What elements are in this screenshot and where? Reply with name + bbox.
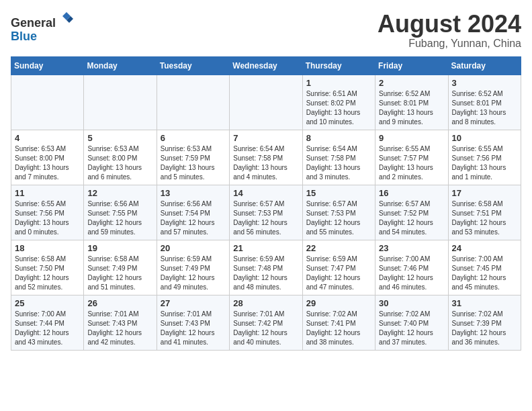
day-info: Sunrise: 6:53 AMSunset: 8:00 PMDaylight:… [15, 144, 80, 182]
day-number: 19 [87, 243, 152, 253]
day-number: 11 [15, 188, 80, 198]
day-info: Sunrise: 7:00 AMSunset: 7:44 PMDaylight:… [15, 310, 80, 347]
day-cell: 17Sunrise: 6:58 AMSunset: 7:51 PMDayligh… [448, 185, 521, 240]
day-number: 1 [306, 78, 371, 88]
day-cell [230, 75, 302, 130]
day-cell: 3Sunrise: 6:52 AMSunset: 8:01 PMDaylight… [448, 75, 521, 130]
week-row-4: 18Sunrise: 6:58 AMSunset: 7:50 PMDayligh… [11, 240, 521, 295]
day-cell: 9Sunrise: 6:55 AMSunset: 7:57 PMDaylight… [375, 130, 448, 185]
weekday-header-wednesday: Wednesday [230, 56, 302, 75]
day-info: Sunrise: 7:00 AMSunset: 7:45 PMDaylight:… [452, 255, 517, 292]
day-info: Sunrise: 7:02 AMSunset: 7:41 PMDaylight:… [306, 310, 371, 347]
calendar-table: SundayMondayTuesdayWednesdayThursdayFrid… [11, 56, 521, 351]
weekday-header-sunday: Sunday [11, 56, 84, 75]
day-number: 29 [306, 298, 371, 308]
day-number: 3 [452, 78, 517, 88]
day-number: 24 [452, 243, 517, 253]
day-info: Sunrise: 6:51 AMSunset: 8:02 PMDaylight:… [306, 89, 371, 127]
day-cell: 24Sunrise: 7:00 AMSunset: 7:45 PMDayligh… [448, 240, 521, 295]
day-cell: 15Sunrise: 6:57 AMSunset: 7:53 PMDayligh… [302, 185, 375, 240]
day-number: 5 [87, 133, 152, 143]
day-info: Sunrise: 6:59 AMSunset: 7:48 PMDaylight:… [233, 255, 298, 292]
day-cell: 11Sunrise: 6:55 AMSunset: 7:56 PMDayligh… [11, 185, 84, 240]
day-cell: 5Sunrise: 6:53 AMSunset: 8:00 PMDaylight… [84, 130, 157, 185]
day-cell [11, 75, 84, 130]
day-info: Sunrise: 6:57 AMSunset: 7:52 PMDaylight:… [379, 199, 444, 237]
day-number: 25 [15, 298, 80, 308]
day-info: Sunrise: 6:56 AMSunset: 7:55 PMDaylight:… [87, 199, 152, 237]
day-number: 27 [161, 298, 226, 308]
day-number: 17 [452, 188, 517, 198]
day-cell: 13Sunrise: 6:56 AMSunset: 7:54 PMDayligh… [157, 185, 229, 240]
day-cell: 12Sunrise: 6:56 AMSunset: 7:55 PMDayligh… [84, 185, 157, 240]
day-info: Sunrise: 7:01 AMSunset: 7:43 PMDaylight:… [161, 310, 226, 347]
day-cell: 22Sunrise: 6:59 AMSunset: 7:47 PMDayligh… [302, 240, 375, 295]
day-number: 16 [379, 188, 444, 198]
weekday-header-friday: Friday [375, 56, 448, 75]
day-cell: 30Sunrise: 7:02 AMSunset: 7:40 PMDayligh… [375, 295, 448, 350]
day-cell: 20Sunrise: 6:59 AMSunset: 7:49 PMDayligh… [157, 240, 229, 295]
day-number: 13 [161, 188, 226, 198]
day-info: Sunrise: 6:56 AMSunset: 7:54 PMDaylight:… [161, 199, 226, 237]
day-cell: 21Sunrise: 6:59 AMSunset: 7:48 PMDayligh… [230, 240, 302, 295]
logo: General Blue [11, 11, 73, 44]
day-cell: 16Sunrise: 6:57 AMSunset: 7:52 PMDayligh… [375, 185, 448, 240]
day-cell: 28Sunrise: 7:01 AMSunset: 7:42 PMDayligh… [230, 295, 302, 350]
day-cell: 26Sunrise: 7:01 AMSunset: 7:43 PMDayligh… [84, 295, 157, 350]
day-info: Sunrise: 6:57 AMSunset: 7:53 PMDaylight:… [306, 199, 371, 237]
day-cell [157, 75, 229, 130]
day-cell: 27Sunrise: 7:01 AMSunset: 7:43 PMDayligh… [157, 295, 229, 350]
day-cell: 6Sunrise: 6:53 AMSunset: 7:59 PMDaylight… [157, 130, 229, 185]
day-number: 18 [15, 243, 80, 253]
day-number: 8 [306, 133, 371, 143]
day-number: 12 [87, 188, 152, 198]
day-cell: 29Sunrise: 7:02 AMSunset: 7:41 PMDayligh… [302, 295, 375, 350]
day-info: Sunrise: 6:55 AMSunset: 7:57 PMDaylight:… [379, 144, 444, 182]
day-number: 28 [233, 298, 298, 308]
day-info: Sunrise: 6:58 AMSunset: 7:50 PMDaylight:… [15, 255, 80, 292]
day-cell: 25Sunrise: 7:00 AMSunset: 7:44 PMDayligh… [11, 295, 84, 350]
day-info: Sunrise: 7:02 AMSunset: 7:40 PMDaylight:… [379, 310, 444, 347]
day-number: 31 [452, 298, 517, 308]
title-area: August 2024 Fubang, Yunnan, China [378, 11, 521, 50]
day-cell: 1Sunrise: 6:51 AMSunset: 8:02 PMDaylight… [302, 75, 375, 130]
day-number: 30 [379, 298, 444, 308]
day-cell: 10Sunrise: 6:55 AMSunset: 7:56 PMDayligh… [448, 130, 521, 185]
weekday-header-row: SundayMondayTuesdayWednesdayThursdayFrid… [11, 56, 521, 75]
day-info: Sunrise: 6:59 AMSunset: 7:47 PMDaylight:… [306, 255, 371, 292]
week-row-5: 25Sunrise: 7:00 AMSunset: 7:44 PMDayligh… [11, 295, 521, 350]
day-number: 10 [452, 133, 517, 143]
day-number: 20 [161, 243, 226, 253]
day-info: Sunrise: 6:53 AMSunset: 7:59 PMDaylight:… [161, 144, 226, 182]
logo-general-text: General [11, 16, 56, 30]
weekday-header-saturday: Saturday [448, 56, 521, 75]
header: General Blue August 2024 Fubang, Yunnan,… [11, 11, 521, 50]
weekday-header-monday: Monday [84, 56, 157, 75]
logo-icon [57, 11, 73, 27]
day-info: Sunrise: 6:55 AMSunset: 7:56 PMDaylight:… [15, 199, 80, 237]
day-info: Sunrise: 7:02 AMSunset: 7:39 PMDaylight:… [452, 310, 517, 347]
day-info: Sunrise: 7:01 AMSunset: 7:43 PMDaylight:… [87, 310, 152, 347]
day-number: 22 [306, 243, 371, 253]
day-info: Sunrise: 6:52 AMSunset: 8:01 PMDaylight:… [452, 89, 517, 127]
week-row-1: 1Sunrise: 6:51 AMSunset: 8:02 PMDaylight… [11, 75, 521, 130]
day-info: Sunrise: 7:00 AMSunset: 7:46 PMDaylight:… [379, 255, 444, 292]
day-info: Sunrise: 6:58 AMSunset: 7:49 PMDaylight:… [87, 255, 152, 292]
day-number: 6 [161, 133, 226, 143]
day-cell [84, 75, 157, 130]
day-cell: 31Sunrise: 7:02 AMSunset: 7:39 PMDayligh… [448, 295, 521, 350]
day-info: Sunrise: 6:52 AMSunset: 8:01 PMDaylight:… [379, 89, 444, 127]
day-cell: 14Sunrise: 6:57 AMSunset: 7:53 PMDayligh… [230, 185, 302, 240]
weekday-header-thursday: Thursday [302, 56, 375, 75]
day-number: 26 [87, 298, 152, 308]
day-number: 23 [379, 243, 444, 253]
week-row-3: 11Sunrise: 6:55 AMSunset: 7:56 PMDayligh… [11, 185, 521, 240]
day-cell: 23Sunrise: 7:00 AMSunset: 7:46 PMDayligh… [375, 240, 448, 295]
day-info: Sunrise: 6:55 AMSunset: 7:56 PMDaylight:… [452, 144, 517, 182]
day-info: Sunrise: 6:58 AMSunset: 7:51 PMDaylight:… [452, 199, 517, 237]
day-cell: 7Sunrise: 6:54 AMSunset: 7:58 PMDaylight… [230, 130, 302, 185]
day-info: Sunrise: 6:59 AMSunset: 7:49 PMDaylight:… [161, 255, 226, 292]
day-number: 15 [306, 188, 371, 198]
day-number: 2 [379, 78, 444, 88]
day-info: Sunrise: 7:01 AMSunset: 7:42 PMDaylight:… [233, 310, 298, 347]
